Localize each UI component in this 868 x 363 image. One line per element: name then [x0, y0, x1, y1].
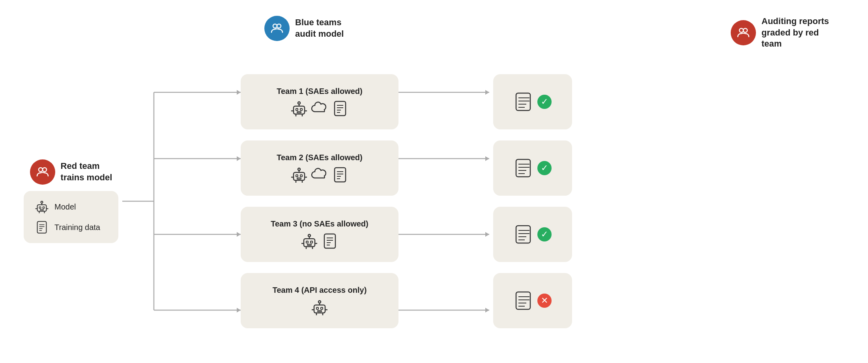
team2-doc-icon	[331, 166, 349, 183]
svg-rect-78	[321, 307, 323, 309]
model-label: Model	[54, 202, 76, 211]
report2-box: ✓	[493, 140, 572, 196]
audit-label: Auditing reportsgraded by red team	[731, 16, 840, 50]
svg-point-65	[308, 234, 311, 237]
report1-box: ✓	[493, 74, 572, 129]
model-box: Model Training data	[24, 191, 118, 243]
report2-doc-icon	[514, 158, 534, 178]
team3-robot-icon	[301, 232, 318, 250]
left-connector	[122, 59, 241, 343]
report2-status: ✓	[537, 161, 552, 175]
team3-doc-icon	[321, 232, 339, 250]
team2-box: Team 2 (SAEs allowed)	[241, 140, 398, 196]
svg-rect-99	[516, 159, 530, 177]
report4-status: ✕	[537, 294, 552, 308]
svg-point-2	[739, 28, 743, 32]
team4-robot-icon	[311, 299, 328, 316]
svg-marker-93	[485, 308, 489, 312]
svg-point-4	[39, 168, 43, 172]
team2-icons	[290, 166, 349, 183]
svg-rect-85	[318, 311, 322, 312]
svg-point-80	[318, 301, 321, 303]
right-connector	[398, 59, 493, 343]
svg-point-0	[273, 24, 277, 28]
team1-doc-icon	[331, 100, 349, 117]
left-column: Red teamtrains model	[20, 159, 122, 243]
svg-rect-77	[316, 307, 318, 309]
svg-marker-90	[485, 90, 489, 95]
svg-point-3	[743, 28, 747, 32]
team4-icons	[311, 299, 328, 316]
robot-icon	[35, 200, 49, 214]
content-row: Red teamtrains model	[20, 59, 848, 343]
svg-rect-8	[43, 207, 44, 208]
report1-doc-icon	[514, 92, 534, 112]
team1-robot-icon	[290, 100, 308, 117]
team2-title: Team 2 (SAEs allowed)	[277, 153, 362, 162]
red-team-text: Red teamtrains model	[61, 161, 112, 183]
svg-rect-15	[40, 210, 43, 210]
report4-box: ✕	[493, 273, 572, 328]
svg-rect-16	[37, 221, 47, 233]
svg-marker-30	[237, 308, 241, 312]
training-doc-icon	[35, 220, 49, 234]
team4-title: Team 4 (API access only)	[273, 286, 367, 295]
blue-team-label: Blue teamsaudit model	[264, 16, 344, 41]
svg-marker-28	[237, 156, 241, 161]
team1-box: Team 1 (SAEs allowed)	[241, 74, 398, 129]
svg-rect-71	[324, 234, 335, 248]
blue-team-text: Blue teamsaudit model	[295, 17, 344, 39]
reports-column: ✓ ✓	[493, 74, 572, 328]
svg-marker-29	[237, 232, 241, 237]
team1-cloud-icon	[311, 100, 328, 117]
team2-robot-icon	[290, 166, 308, 183]
audit-red-icon	[731, 20, 756, 45]
report3-doc-icon	[514, 224, 534, 245]
svg-point-5	[43, 168, 47, 172]
diagram-container: Blue teamsaudit model Auditing reportsgr…	[20, 12, 848, 351]
svg-point-50	[298, 168, 300, 170]
model-row: Model	[35, 200, 107, 214]
audit-label-text: Auditing reportsgraded by red team	[761, 16, 840, 50]
svg-rect-41	[335, 101, 346, 116]
svg-rect-32	[296, 109, 298, 110]
svg-rect-47	[296, 175, 298, 177]
team3-icons	[301, 232, 339, 250]
report1-status: ✓	[537, 95, 552, 109]
svg-rect-62	[306, 241, 308, 243]
team3-box: Team 3 (no SAEs allowed)	[241, 207, 398, 262]
svg-rect-7	[39, 207, 41, 208]
team4-box: Team 4 (API access only)	[241, 273, 398, 328]
svg-rect-70	[307, 244, 311, 245]
team3-title: Team 3 (no SAEs allowed)	[271, 219, 368, 228]
svg-rect-48	[300, 175, 302, 177]
blue-team-icon	[264, 16, 290, 41]
red-team-icon	[30, 159, 55, 185]
svg-rect-109	[516, 292, 530, 309]
svg-marker-27	[237, 90, 241, 95]
svg-point-35	[298, 102, 300, 104]
svg-marker-92	[485, 232, 489, 237]
team1-icons	[290, 100, 349, 117]
teams-column: Team 1 (SAEs allowed)	[241, 74, 398, 328]
svg-point-10	[41, 201, 43, 203]
report3-box: ✓	[493, 207, 572, 262]
svg-rect-55	[297, 178, 301, 179]
training-data-row: Training data	[35, 220, 107, 234]
svg-marker-91	[485, 156, 489, 161]
svg-rect-104	[516, 226, 530, 243]
team2-cloud-icon	[311, 166, 328, 183]
svg-rect-56	[335, 168, 346, 182]
svg-point-1	[277, 24, 281, 28]
training-data-label: Training data	[54, 223, 100, 232]
report4-doc-icon	[514, 290, 534, 311]
svg-rect-40	[297, 112, 301, 113]
red-team-label: Red teamtrains model	[30, 159, 112, 185]
svg-rect-63	[311, 241, 312, 243]
team1-title: Team 1 (SAEs allowed)	[277, 87, 362, 96]
report3-status: ✓	[537, 227, 552, 241]
svg-rect-94	[516, 93, 530, 110]
svg-rect-33	[300, 109, 302, 110]
